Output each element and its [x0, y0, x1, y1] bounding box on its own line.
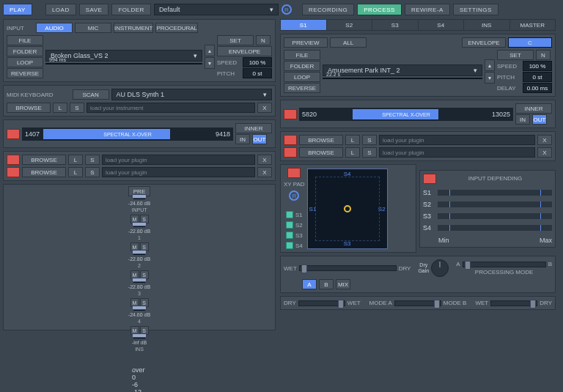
fader[interactable]: [133, 337, 145, 339]
indicator-icon[interactable]: [284, 135, 297, 145]
clear-button[interactable]: X: [257, 155, 272, 165]
folder-button[interactable]: FOLDER: [284, 61, 320, 71]
save-button[interactable]: SAVE: [79, 4, 109, 15]
recording-button[interactable]: RECORDING: [302, 4, 354, 15]
xover-display[interactable]: 1407 SPECTRAL X-OVER 9418: [22, 127, 233, 141]
envelope-button[interactable]: ENVELOPE: [217, 46, 272, 56]
pitch-value[interactable]: 0 st: [243, 68, 272, 78]
l-button[interactable]: L: [68, 167, 83, 177]
nav-down-icon[interactable]: ▾: [485, 72, 495, 84]
clear-button[interactable]: X: [537, 147, 552, 158]
n-button[interactable]: N: [536, 50, 551, 60]
set-button[interactable]: SET: [217, 35, 254, 45]
folder-button[interactable]: FOLDER: [111, 4, 150, 15]
plugin-field[interactable]: load your plugin: [379, 147, 535, 158]
delay-value[interactable]: 0.00 ms: [523, 83, 552, 93]
load-button[interactable]: LOAD: [45, 4, 76, 15]
l-button[interactable]: L: [68, 155, 83, 165]
folder-button-in[interactable]: FOLDER: [7, 46, 43, 56]
slider-2[interactable]: [394, 300, 441, 306]
browse-button[interactable]: BROWSE: [22, 155, 66, 165]
instrument-field[interactable]: load your instrument: [87, 103, 255, 113]
tab-s4[interactable]: S4: [419, 20, 464, 30]
s-button[interactable]: S: [362, 135, 377, 145]
indicator-icon[interactable]: [7, 155, 20, 165]
fader[interactable]: [133, 309, 145, 311]
clear-button[interactable]: X: [257, 103, 272, 113]
in-button[interactable]: IN: [515, 114, 530, 125]
plugin-field[interactable]: load your plugin: [379, 135, 535, 145]
browse-button[interactable]: BROWSE: [7, 103, 51, 113]
slider-3[interactable]: [490, 300, 537, 306]
tab-instrument[interactable]: INSTRUMENT: [114, 23, 153, 33]
xy-pad[interactable]: S4 S3 S1 S2: [307, 169, 388, 249]
plugin-field[interactable]: load your plugin: [102, 155, 255, 165]
tab-audio[interactable]: AUDIO: [36, 23, 73, 33]
inner-button[interactable]: INNER: [515, 103, 552, 114]
input-file-select[interactable]: Broken Glass_VS 2: [45, 50, 202, 62]
browse-button[interactable]: BROWSE: [299, 147, 343, 158]
reverse-button[interactable]: REVERSE: [7, 68, 43, 78]
tab-mic[interactable]: MIC: [75, 23, 111, 33]
in-button[interactable]: IN: [235, 134, 250, 144]
browse-button[interactable]: BROWSE: [299, 135, 343, 145]
reset-icon[interactable]: R: [289, 191, 299, 201]
slider-1[interactable]: [298, 300, 345, 306]
s-button[interactable]: S: [70, 103, 84, 113]
preset-select[interactable]: Default: [154, 4, 279, 15]
source-file-select[interactable]: Amusement Park INT_ 2: [323, 64, 482, 76]
loop-button[interactable]: LOOP: [284, 72, 320, 82]
meter-slider[interactable]: [438, 213, 552, 219]
reverse-button[interactable]: REVERSE: [284, 83, 320, 93]
indicator-icon[interactable]: [423, 174, 436, 184]
synth-select[interactable]: AU DLS Synth 1: [111, 89, 272, 100]
play-button[interactable]: PLAY: [3, 4, 32, 15]
waveform-display[interactable]: 994 ms: [45, 63, 202, 64]
indicator-icon[interactable]: [7, 129, 20, 139]
speed-value[interactable]: 100 %: [243, 57, 272, 67]
pmode-slider[interactable]: [463, 262, 546, 267]
tab-procedural[interactable]: PROCEDURAL: [155, 23, 198, 33]
s-button[interactable]: S: [85, 167, 100, 177]
tab-master[interactable]: MASTER: [510, 20, 556, 30]
b-button[interactable]: B: [319, 279, 334, 289]
l-button[interactable]: L: [53, 103, 67, 113]
clear-button[interactable]: X: [257, 167, 272, 177]
l-button[interactable]: L: [345, 135, 360, 145]
tab-s1[interactable]: S1: [281, 20, 326, 30]
mix-button[interactable]: MIX: [336, 279, 350, 289]
s4-check[interactable]: [286, 242, 293, 249]
out-button[interactable]: OUT: [252, 134, 267, 144]
all-button[interactable]: ALL: [330, 37, 367, 48]
indicator-icon[interactable]: [284, 147, 297, 158]
envelope-button[interactable]: ENVELOPE: [462, 37, 506, 48]
tab-s3[interactable]: S3: [372, 20, 418, 30]
l-button[interactable]: L: [345, 147, 360, 158]
a-button[interactable]: A: [302, 279, 317, 289]
wetdry-slider[interactable]: [299, 265, 397, 271]
s-button[interactable]: S: [362, 147, 377, 158]
fader[interactable]: [133, 198, 145, 199]
plugin-field[interactable]: load your plugin: [102, 167, 255, 177]
speed-value[interactable]: 100 %: [523, 61, 552, 71]
s2-check[interactable]: [286, 221, 293, 229]
s-button[interactable]: S: [85, 155, 100, 165]
fader[interactable]: [133, 226, 145, 227]
meter-slider[interactable]: [438, 190, 552, 196]
settings-button[interactable]: SETTINGS: [453, 4, 498, 15]
file-button[interactable]: FILE: [7, 35, 43, 45]
loop-button[interactable]: LOOP: [7, 57, 43, 67]
indicator-icon[interactable]: [7, 167, 20, 177]
s3-check[interactable]: [286, 232, 293, 239]
browse-button[interactable]: BROWSE: [22, 167, 66, 177]
clear-button[interactable]: X: [537, 135, 552, 145]
nav-up-icon[interactable]: ▴: [485, 59, 495, 71]
tab-s2[interactable]: S2: [327, 20, 372, 30]
process-button[interactable]: PROCESS: [357, 4, 402, 15]
set-button[interactable]: SET: [497, 50, 534, 60]
rxover-display[interactable]: 5820 SPECTRAL X-OVER 13025: [299, 108, 513, 121]
fader[interactable]: [133, 281, 145, 283]
preview-button[interactable]: PREVIEW: [284, 37, 328, 48]
s1-check[interactable]: [286, 211, 293, 218]
indicator-icon[interactable]: [284, 109, 297, 119]
